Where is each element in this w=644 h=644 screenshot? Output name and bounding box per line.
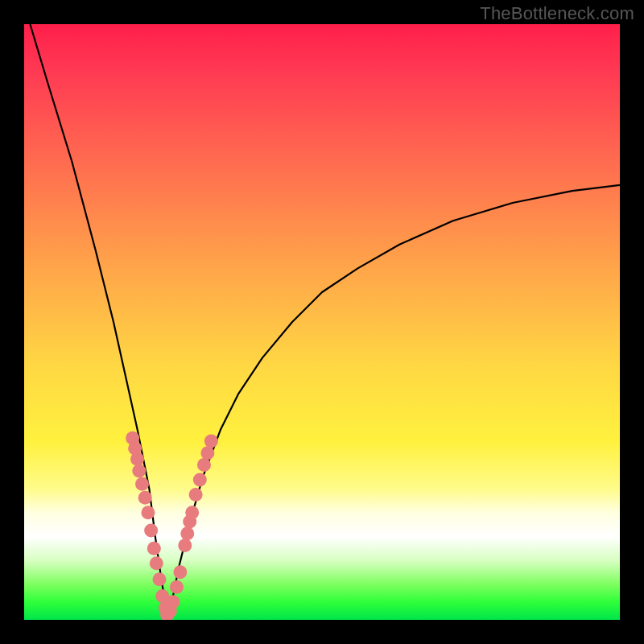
bottleneck-curve bbox=[30, 24, 620, 614]
sample-point bbox=[147, 542, 161, 555]
sample-point bbox=[135, 477, 149, 491]
sample-point bbox=[167, 595, 180, 609]
sample-point bbox=[170, 580, 184, 594]
sample-point bbox=[141, 506, 155, 519]
outer-frame: TheBottleneck.com bbox=[0, 0, 644, 644]
sample-point bbox=[189, 488, 203, 502]
sample-point bbox=[173, 565, 187, 579]
sample-point bbox=[185, 506, 199, 519]
sample-point bbox=[197, 458, 211, 472]
sample-points-layer bbox=[126, 431, 218, 620]
sample-point bbox=[152, 572, 166, 586]
sample-point bbox=[138, 491, 152, 505]
sample-point bbox=[193, 473, 207, 487]
watermark-text: TheBottleneck.com bbox=[480, 3, 634, 24]
sample-point bbox=[144, 524, 158, 538]
sample-point bbox=[200, 446, 214, 460]
curve-layer bbox=[30, 24, 620, 614]
sample-point bbox=[130, 452, 144, 466]
sample-point bbox=[180, 526, 194, 540]
sample-point bbox=[204, 435, 218, 448]
sample-point bbox=[150, 556, 163, 570]
chart-svg bbox=[24, 24, 620, 620]
sample-point bbox=[132, 464, 146, 478]
sample-point bbox=[178, 539, 192, 552]
plot-area bbox=[24, 24, 620, 620]
